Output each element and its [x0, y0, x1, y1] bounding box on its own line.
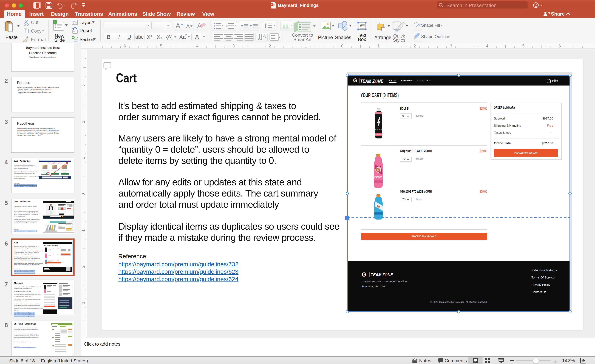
svg-text:1: 1	[226, 22, 227, 25]
svg-text:A: A	[360, 23, 362, 28]
svg-text:3: 3	[226, 27, 227, 30]
svg-text:P: P	[271, 4, 272, 6]
svg-text:2: 2	[226, 25, 227, 27]
